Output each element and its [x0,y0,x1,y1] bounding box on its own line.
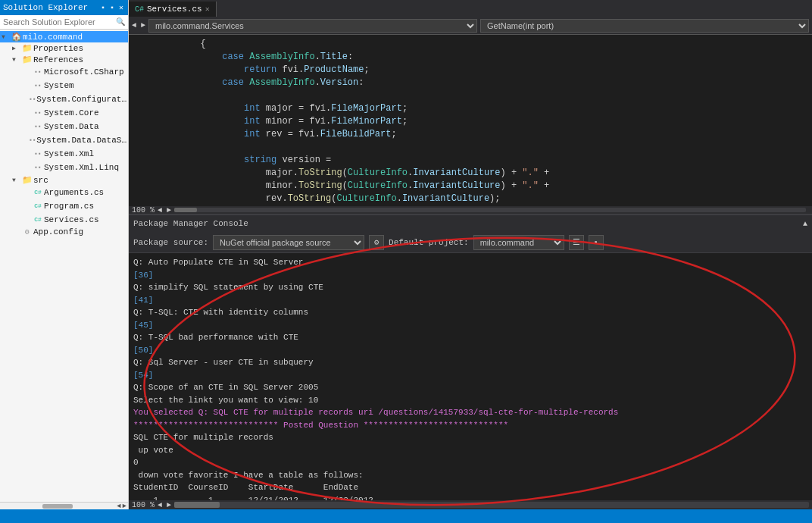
solution-explorer-panel: Solution Explorer ▪ ▪ ✕ 🔍 ▼ 🏠 milo.comma… [0,0,129,509]
pin2-icon[interactable]: ▪ [108,3,116,13]
panel-title-icons: ▪ ▪ ✕ [99,2,125,13]
pm-source-label: Package source: [133,238,208,247]
pm-link[interactable]: [54] [133,371,153,380]
tree-item-program-cs[interactable]: C# Program.cs [0,199,128,213]
tree-item-label: References [33,55,83,64]
search-box: 🔍 [0,15,128,30]
tree-item-label: System.Core [44,108,99,117]
pm-source-dropdown[interactable]: NuGet official package source [213,235,364,250]
code-line: return fvi.ProductName; [129,64,812,77]
pm-output-line: down vote favorite I have a table as fol… [133,469,807,482]
nav-method-dropdown[interactable]: GetName(int port) [480,19,809,33]
editor-panel: C# Services.cs ✕ ◄ ► milo.command.Servic… [129,0,812,509]
search-icon: 🔍 [116,17,125,27]
tree-item-label: Microsoft.CSharp [44,67,124,77]
zoom-arrows[interactable]: ◄ ► [158,206,171,215]
code-line: case AssemblyInfo.Version: [129,77,812,89]
pm-output-line: ***************************** Posted Que… [133,419,807,432]
tab-services-cs[interactable]: C# Services.cs ✕ [129,2,217,17]
package-manager-console: Package Manager Console ▲ Package source… [129,214,812,509]
tree-item-label: Program.cs [44,202,94,211]
pm-link[interactable]: [50] [133,346,153,355]
tree-item-label: App.config [33,227,83,236]
pm-collapse-icon[interactable]: ▲ [803,220,807,228]
pm-zoom-label: 100 % [132,501,155,509]
pm-output-line: SQL CTE for multiple records [133,431,807,444]
pm-output[interactable]: Q: Auto Populate CTE in SQL Server[36]Q:… [129,253,812,500]
pm-link[interactable]: [45] [133,321,153,330]
code-line [129,89,812,102]
pm-toolbar: Package source: NuGet official package s… [129,232,812,253]
pm-project-dropdown[interactable]: milo.command [473,235,564,250]
close-icon[interactable]: ✕ [117,2,125,13]
pm-zoom-arrows[interactable]: ◄ ► [158,501,171,509]
pm-output-line: Select the linkt you want to view: 10 [133,394,807,407]
pm-output-line: [50] [133,344,807,357]
tab-close-icon[interactable]: ✕ [205,5,210,14]
code-editor[interactable]: { case AssemblyInfo.Title: return fvi.Pr… [129,35,812,206]
pm-output-line: [45] [133,319,807,332]
nav-class-dropdown[interactable]: milo.command.Services [148,19,477,33]
tree-item-milo-command[interactable]: ▼ 🏠 milo.command [0,31,128,42]
solution-explorer-title: Solution Explorer [3,3,88,12]
pm-clear-icon[interactable]: ☰ [569,235,584,250]
code-line: int minor = fvi.FileMinorPart; [129,115,812,128]
pm-output-line: 1 1 12/21/2012 12/23/2012 [133,494,807,501]
pm-link[interactable]: [36] [133,271,153,280]
tree-item-src[interactable]: ▼ 📁 src [0,174,128,186]
tree-item-system-core[interactable]: ▪▪ System.Core [0,106,128,120]
pm-output-line: You selected Q: SQL CTE for multiple rec… [133,406,807,419]
pm-output-line: up vote [133,444,807,457]
tree-item-system-data[interactable]: ▪▪ System.Data [0,120,128,133]
pm-settings-icon[interactable]: ⚙ [369,235,384,250]
tree-item-system-data-dataS[interactable]: ▪▪ System.Data.DataS… [0,133,128,147]
tree-item-label: System.Configurat… [36,95,126,104]
tree-item-label: Arguments.cs [44,188,104,197]
se-scrollbar[interactable]: ◄ ► [0,502,128,509]
pm-scroll-track[interactable] [174,502,809,508]
tree-item-label: System.Xml [44,149,94,158]
tree-item-microsoft-csharp[interactable]: ▪▪ Microsoft.CSharp [0,65,128,79]
search-input[interactable] [3,17,116,27]
tree-item-properties[interactable]: ▶ 📁 Properties [0,42,128,54]
tree-item-label: Properties [33,44,83,53]
editor-bottom-scrollbar[interactable]: 100 % ◄ ► [129,206,812,214]
code-line: rev.ToString(CultureInfo.InvariantCultur… [129,193,812,205]
tree-item-system[interactable]: ▪▪ System [0,79,128,92]
tree-item-label: milo.command [23,33,83,42]
pm-output-line: Q: T-SQL bad performance with CTE [133,331,807,344]
pm-title: Package Manager Console [133,219,248,228]
tree-item-system-xml[interactable]: ▪▪ System.Xml [0,147,128,161]
code-line: string version = [129,154,812,167]
status-bar [0,509,812,523]
nav-bar: ◄ ► milo.command.Services GetName(int po… [129,17,812,35]
solution-explorer-titlebar: Solution Explorer ▪ ▪ ✕ [0,0,128,15]
code-line: minor.ToString(CultureInfo.InvariantCult… [129,180,812,193]
code-line: int major = fvi.FileMajorPart; [129,102,812,115]
pm-highlight: You selected Q: SQL CTE for multiple rec… [133,408,618,417]
code-line: case AssemblyInfo.Title: [129,51,812,64]
tree-item-label: System [44,81,74,90]
code-line [129,141,812,154]
pin-icon[interactable]: ▪ [99,3,107,13]
nav-icon: ◄ ► [132,21,145,30]
tree-item-system-configuration[interactable]: ▪▪ System.Configurat… [0,92,128,106]
pm-bottom-scrollbar[interactable]: 100 % ◄ ► [129,500,812,509]
tab-bar: C# Services.cs ✕ [129,0,812,17]
pm-output-line: Q: Scope of an CTE in SQL Server 2005 [133,381,807,394]
tree-item-system-xml-linq[interactable]: ▪▪ System.Xml.Linq [0,161,128,174]
pm-link[interactable]: [41] [133,296,153,305]
tree-item-references[interactable]: ▼ 📁 References [0,54,128,65]
pm-output-line: Q: T-SQL: CTE with identity columns [133,306,807,319]
tree-item-services-cs[interactable]: C# Services.cs [0,213,128,227]
tree-item-app-config[interactable]: ⚙ App.config [0,227,128,237]
pm-output-line: StudentID CourseID StartDate EndDate [133,481,807,494]
pm-output-line: [54] [133,369,807,382]
code-line: { [129,38,812,51]
pm-stop-icon[interactable]: ▪ [589,235,604,250]
pm-scroll-thumb[interactable] [174,502,220,508]
pm-output-line: [36] [133,269,807,282]
tree-container: ▼ 🏠 milo.command ▶ 📁 Properties ▼ 📁 Refe… [0,30,128,502]
pm-project-label: Default project: [389,238,469,247]
tree-item-arguments-cs[interactable]: C# Arguments.cs [0,186,128,199]
